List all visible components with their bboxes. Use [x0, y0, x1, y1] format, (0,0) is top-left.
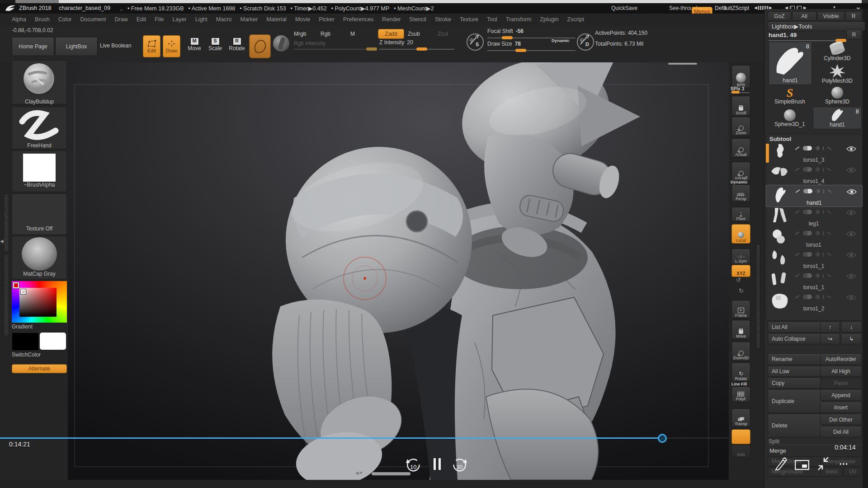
- insert-button[interactable]: Insert: [820, 402, 862, 413]
- zscript-button[interactable]: DefaultZScript: [715, 5, 749, 11]
- subtool-row[interactable]: torso1_3: [766, 142, 862, 164]
- alternate-button[interactable]: Alternate: [12, 364, 67, 373]
- visibility-eye-icon[interactable]: [846, 252, 856, 258]
- color-picker[interactable]: [12, 281, 67, 323]
- xyz-button[interactable]: XYZ: [731, 265, 750, 277]
- bpr-button[interactable]: BPR: [731, 65, 750, 88]
- aahalf-button[interactable]: AAHalf: [731, 162, 750, 181]
- menu-brush[interactable]: Brush: [34, 16, 50, 23]
- persp-button[interactable]: Persp: [731, 184, 750, 202]
- menu-file[interactable]: File: [154, 16, 164, 23]
- del-other-button[interactable]: Del Other: [820, 414, 862, 425]
- menu-zscript[interactable]: Zscript: [566, 16, 585, 23]
- visibility-eye-icon[interactable]: [846, 210, 856, 216]
- meshcount-readout[interactable]: • MeshCount▶2: [394, 5, 434, 12]
- video-progress-remaining[interactable]: [662, 438, 729, 438]
- menu-color[interactable]: Color: [58, 16, 72, 23]
- scroll-button[interactable]: Scroll: [731, 96, 750, 116]
- annotate-pencil-icon[interactable]: [774, 457, 788, 471]
- local-button[interactable]: Local: [731, 224, 750, 244]
- subtool-row[interactable]: torso1: [766, 227, 862, 249]
- subtool-row-selected[interactable]: hand1: [766, 185, 863, 207]
- mrgb-button[interactable]: Mrgb: [294, 31, 306, 37]
- menu-picker[interactable]: Picker: [318, 16, 335, 23]
- menu-transform[interactable]: Transform: [505, 16, 532, 23]
- document-canvas[interactable]: ◀▼: [68, 62, 729, 480]
- menu-movie[interactable]: Movie: [295, 16, 311, 23]
- rgb-intensity-slider[interactable]: [294, 49, 377, 50]
- shift-down-button[interactable]: ↳: [841, 333, 862, 344]
- current-texture-button[interactable]: Texture Off: [12, 193, 67, 235]
- menu-stencil[interactable]: Stencil: [409, 16, 427, 23]
- material-ball-button[interactable]: [273, 35, 289, 52]
- zoom-button[interactable]: Zoom: [731, 117, 750, 136]
- paste-button[interactable]: Paste: [820, 378, 862, 389]
- list-all-button[interactable]: List All: [768, 322, 823, 333]
- rotate-button[interactable]: R Rotate: [228, 36, 246, 56]
- z-intensity-slider[interactable]: [379, 49, 454, 50]
- zsub-button[interactable]: Zsub: [408, 31, 420, 37]
- current-stroke-button[interactable]: FreeHand: [12, 107, 67, 149]
- lightbox-button[interactable]: LightBox: [55, 37, 98, 56]
- timer-readout[interactable]: • Timer▶0.452: [291, 5, 327, 12]
- video-progress-handle[interactable]: [658, 434, 667, 443]
- visibility-eye-icon[interactable]: [846, 146, 856, 152]
- zadd-button[interactable]: Zadd: [378, 29, 404, 39]
- auto-reorder-button[interactable]: AutoReorder: [820, 353, 862, 365]
- visibility-eye-icon[interactable]: [846, 295, 856, 300]
- frame-button[interactable]: Frame: [731, 300, 750, 319]
- all-high-button[interactable]: All High: [820, 366, 862, 377]
- goz-button[interactable]: GoZ: [768, 12, 791, 21]
- current-alpha-button[interactable]: ~BrushAlpha: [12, 150, 67, 192]
- polyf-button[interactable]: PolyF: [731, 386, 750, 402]
- main-color-swatch[interactable]: [12, 333, 39, 351]
- visibility-eye-icon[interactable]: [846, 273, 856, 279]
- pause-button[interactable]: [432, 457, 443, 471]
- rotate3d-button[interactable]: ↻ Rotate: [731, 362, 750, 382]
- subtool-row[interactable]: torso1_1: [766, 270, 862, 291]
- delete-button[interactable]: Delete: [768, 414, 823, 437]
- quicksave-button[interactable]: QuickSave: [611, 5, 637, 11]
- rgb-intensity-slider-label[interactable]: Rgb Intensity: [294, 40, 326, 47]
- append-button[interactable]: Append: [820, 389, 862, 401]
- mini-player-icon[interactable]: [795, 460, 809, 470]
- del-all-button[interactable]: Del All: [820, 426, 862, 437]
- subtool-row[interactable]: torso1_1: [766, 249, 862, 270]
- r-button-top[interactable]: R: [845, 12, 862, 21]
- tool-thumb-hand1-large[interactable]: 8 hand1: [769, 42, 812, 85]
- transp-button[interactable]: Transp: [731, 408, 750, 427]
- menu-texture[interactable]: Texture: [459, 16, 479, 23]
- z-intensity-slider-label[interactable]: Z Intensity 20: [379, 39, 413, 46]
- dynamic-persp-label[interactable]: Dynamic: [731, 180, 748, 184]
- draw-button[interactable]: Draw: [163, 35, 180, 57]
- r-button-tool[interactable]: R: [846, 30, 862, 40]
- tool-thumb-polymesh3d[interactable]: PolyMesh3D: [814, 64, 861, 85]
- home-page-button[interactable]: Home Page: [12, 37, 54, 56]
- visibility-eye-icon[interactable]: [847, 189, 857, 195]
- subtool-row[interactable]: torso1_4: [766, 164, 862, 185]
- switch-color-button[interactable]: SwitchColor: [12, 352, 66, 358]
- menu-light[interactable]: Light: [195, 16, 208, 23]
- canvas-h-scrollbar-top[interactable]: [668, 63, 697, 65]
- menu-draw[interactable]: Draw: [114, 16, 128, 23]
- menu-tool[interactable]: Tool: [486, 16, 498, 23]
- ghost-button[interactable]: [731, 429, 750, 444]
- visible-button[interactable]: Visible: [817, 12, 844, 21]
- actual-button[interactable]: Actual: [731, 138, 750, 158]
- polycount-readout[interactable]: • PolyCount▶4.977 MP: [331, 5, 390, 12]
- move-button[interactable]: M Move: [186, 36, 203, 56]
- draw-size-slider[interactable]: [487, 50, 576, 51]
- more-options-icon[interactable]: ⋯: [839, 458, 849, 469]
- edit-button[interactable]: Edit: [143, 35, 160, 57]
- subtool-row[interactable]: torso1_2: [766, 291, 862, 312]
- dynamic-toggle[interactable]: Dynamic: [552, 38, 570, 43]
- subtool-header[interactable]: Subtool: [769, 136, 791, 142]
- tool-thumb-cylinder3d[interactable]: Cylinder3D: [814, 42, 861, 62]
- menu-marker[interactable]: Marker: [240, 16, 259, 23]
- zoom3d-button[interactable]: Zoom3D: [731, 342, 750, 361]
- duplicate-button[interactable]: Duplicate: [768, 389, 823, 413]
- rotate-y-icon[interactable]: ↺: [736, 277, 741, 283]
- move-up-button[interactable]: ↑: [820, 322, 840, 333]
- draw-size-slider-label[interactable]: Draw Size 78: [487, 41, 521, 47]
- tool-thumb-sphere3d[interactable]: Sphere3D: [814, 86, 861, 106]
